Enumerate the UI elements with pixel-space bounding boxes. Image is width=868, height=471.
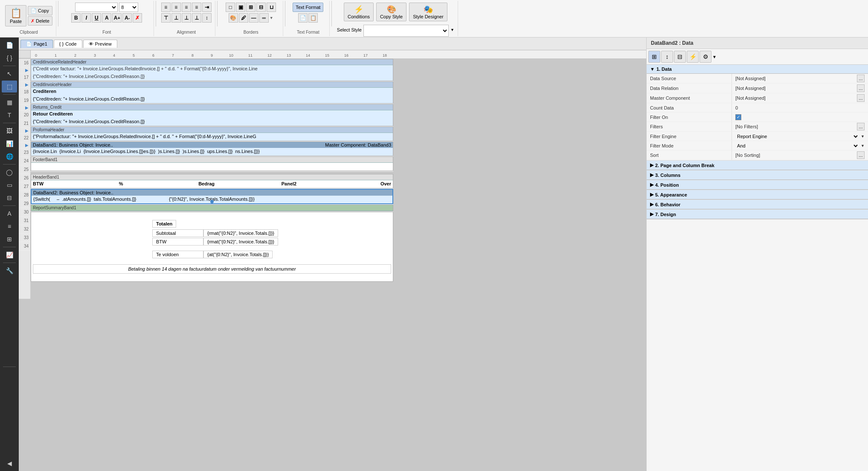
- rp-settings-button[interactable]: ⚙: [700, 51, 711, 63]
- tab-code[interactable]: { } Code: [54, 40, 82, 48]
- sidebar-text-icon[interactable]: T: [2, 109, 17, 121]
- band-databand2[interactable]: DataBand2: Business Object: Invoice.. {S…: [31, 189, 393, 204]
- copy-style-button[interactable]: 🎨 Copy Style: [376, 3, 406, 21]
- conditions-button[interactable]: ⚡ Conditions: [344, 3, 374, 21]
- sidebar-crossband-icon[interactable]: ⊟: [2, 192, 17, 204]
- summary-row31a: [33, 246, 391, 251]
- copy-button[interactable]: 📄 Copy: [28, 6, 52, 15]
- sidebar-list-icon[interactable]: ≡: [2, 220, 17, 232]
- section-data-header[interactable]: ▼ 1. Data: [647, 65, 868, 74]
- sidebar-collapse-icon[interactable]: ◀: [2, 457, 17, 469]
- splitter-marker[interactable]: [210, 200, 214, 203]
- font-size-select[interactable]: 8: [119, 3, 138, 12]
- style-designer-button[interactable]: 🎭 Style Designer: [409, 3, 447, 21]
- valign-mid-button[interactable]: ⊥: [171, 13, 181, 23]
- sidebar-barcode-icon[interactable]: ▦: [2, 96, 17, 108]
- rp-lightning-button[interactable]: ⚡: [687, 51, 699, 63]
- band-footer1[interactable]: FooterBand1: [31, 156, 393, 171]
- band-header1[interactable]: HeaderBand1 BTW % Bedrag Panel2 Over: [31, 174, 393, 188]
- section-page-break-expand-icon: ▶: [650, 162, 653, 168]
- band-databand1[interactable]: DataBand1: Business Object: Invoice.. Ma…: [31, 142, 393, 156]
- sidebar-shapes-icon[interactable]: ◯: [2, 166, 17, 178]
- font-grow-button[interactable]: A+: [112, 13, 122, 23]
- band-credit-invoice-header[interactable]: CreditInvoiceHeader Crediteren {"Creditr…: [31, 81, 393, 104]
- prop-data-source-btn[interactable]: …: [857, 75, 865, 82]
- direction-button[interactable]: ↕: [202, 13, 212, 23]
- font-color-button[interactable]: A: [102, 13, 111, 23]
- prop-sort-btn[interactable]: …: [857, 151, 865, 159]
- valign-bot-button[interactable]: ⊥: [182, 13, 191, 23]
- band-returns-credit[interactable]: Returns_Credit Retour Crediteren {"Credi…: [31, 104, 393, 126]
- rp-properties-button[interactable]: ⊞: [648, 51, 660, 63]
- section-columns-header[interactable]: ▶ 3. Columns: [647, 170, 868, 180]
- canvas-scroll[interactable]: 0 1 2 3 4 5 6 7 8 9 10 11 12 13: [19, 50, 646, 471]
- style-select[interactable]: [363, 25, 449, 37]
- line-style-button[interactable]: —: [249, 13, 258, 23]
- fill-color-button[interactable]: 🎨: [229, 13, 238, 23]
- section-appearance-header[interactable]: ▶ 5. Appearance: [647, 190, 868, 199]
- sidebar-image-icon[interactable]: 🖼: [2, 125, 17, 137]
- text-format-button[interactable]: Text Format: [293, 3, 323, 12]
- border-all-button[interactable]: □: [226, 3, 235, 12]
- ruler-corner: [19, 50, 31, 58]
- band-report-summary[interactable]: ReportSummaryBand1: [31, 205, 393, 211]
- underline-button[interactable]: U: [92, 13, 101, 23]
- italic-button[interactable]: I: [81, 13, 91, 23]
- section-design-header[interactable]: ▶ 7. Design: [647, 210, 868, 219]
- sidebar-panel-icon[interactable]: ▭: [2, 179, 17, 191]
- sidebar-richtext-icon[interactable]: A: [2, 208, 17, 220]
- prop-filter-on-checkbox[interactable]: ✓: [735, 114, 741, 120]
- bold-button[interactable]: B: [71, 13, 81, 23]
- font-family-select[interactable]: [75, 3, 118, 12]
- sidebar-cursor-icon[interactable]: ↖: [2, 68, 17, 80]
- sidebar-sparkline-icon[interactable]: 📈: [2, 249, 17, 261]
- section-design-expand-icon: ▶: [650, 211, 653, 217]
- indent-button[interactable]: ⇥: [202, 3, 212, 12]
- sidebar-tools-icon[interactable]: 🔧: [2, 265, 17, 277]
- section-behavior-header[interactable]: ▶ 6. Behavior: [647, 200, 868, 209]
- border-outer-button[interactable]: ▣: [236, 3, 245, 12]
- font-clear-button[interactable]: ✗: [133, 13, 142, 23]
- sidebar-globe-icon[interactable]: 🌐: [2, 150, 17, 162]
- prop-filters-btn[interactable]: …: [857, 123, 865, 130]
- row-num-20: 20: [19, 111, 30, 119]
- prop-filter-mode-select[interactable]: And: [735, 143, 859, 149]
- prop-filter-engine-select[interactable]: Report Engine: [735, 133, 859, 139]
- tf-btn1[interactable]: 📄: [298, 13, 308, 23]
- rp-sort-button[interactable]: ↕: [661, 51, 673, 63]
- band-header1-row1: BTW % Bedrag Panel2 Over: [31, 180, 393, 188]
- sidebar-page-icon[interactable]: 📄: [2, 39, 17, 51]
- align-right-button[interactable]: ≡: [182, 3, 191, 12]
- line-width-button[interactable]: ═: [259, 13, 269, 23]
- rp-grid-button[interactable]: ⊟: [674, 51, 686, 63]
- tab-preview[interactable]: 👁 Preview: [83, 40, 117, 48]
- paste-button[interactable]: 📋 Paste: [5, 5, 26, 26]
- right-panel-title: DataBand2 : Data: [647, 38, 868, 49]
- delete-button[interactable]: ✗ Delete: [28, 16, 52, 26]
- band-proforma-row1: {"Proformafactuur: "+ Invoice.LineGroups…: [31, 133, 393, 141]
- band-credit-related-header[interactable]: CreditInvoiceRelatedHeader {"Credit voor…: [31, 59, 393, 81]
- prop-data-relation-btn[interactable]: …: [857, 84, 865, 92]
- prop-master-component-btn[interactable]: …: [857, 94, 865, 102]
- border-inner-button[interactable]: ⊞: [246, 3, 255, 12]
- tab-page1[interactable]: 📄 Page1: [20, 40, 53, 48]
- band-proforma-header[interactable]: ProformaHeader {"Proformafactuur: "+ Inv…: [31, 127, 393, 141]
- clipboard-section: 📋 Paste 📄 Copy ✗ Delete Clipboard: [2, 1, 56, 36]
- line-color-button[interactable]: 🖊: [239, 13, 248, 23]
- border-none-button[interactable]: ⊟: [256, 3, 266, 12]
- sidebar-select-icon[interactable]: ⬚: [2, 81, 17, 92]
- row-num-19: 19: [19, 96, 30, 105]
- section-page-break-header[interactable]: ▶ 2. Page and Column Break: [647, 161, 868, 170]
- valign-top-button[interactable]: ⊤: [161, 13, 171, 23]
- valign-just-button[interactable]: ⊥: [192, 13, 201, 23]
- tf-btn2[interactable]: 📋: [308, 13, 318, 23]
- font-shrink-button[interactable]: A-: [122, 13, 132, 23]
- align-left-button[interactable]: ≡: [161, 3, 171, 12]
- align-justify-button[interactable]: ≡: [192, 3, 201, 12]
- sidebar-code-icon[interactable]: { }: [2, 52, 17, 64]
- sidebar-table-icon[interactable]: ⊞: [2, 233, 17, 245]
- border-bottom-button[interactable]: ⊔: [267, 3, 276, 12]
- sidebar-chart-icon[interactable]: 📊: [2, 138, 17, 150]
- section-position-header[interactable]: ▶ 4. Position: [647, 180, 868, 190]
- align-center-button[interactable]: ≡: [171, 3, 181, 12]
